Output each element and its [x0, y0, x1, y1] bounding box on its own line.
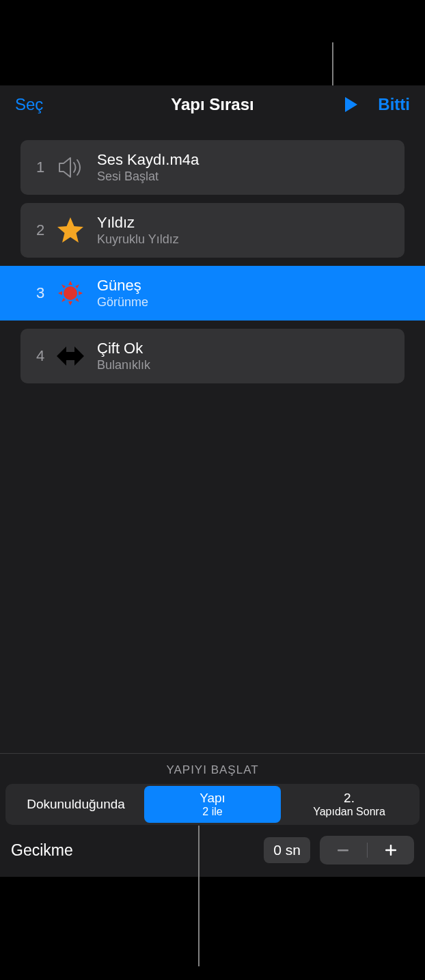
item-number: 1: [31, 159, 49, 176]
seg-label: Dokunulduğunda: [27, 797, 125, 812]
panel-title: Yapı Sırası: [171, 95, 253, 114]
item-subtitle: Sesi Başlat: [97, 169, 199, 185]
build-item-3[interactable]: 3 Güneş: [0, 266, 425, 321]
panel-header: Seç Yapı Sırası Bitti: [0, 85, 425, 124]
build-item-2[interactable]: 2 Yıldız Kuyruklu Yıldız: [20, 203, 405, 258]
item-number: 3: [31, 284, 49, 302]
stepper-plus[interactable]: [368, 836, 415, 865]
select-button[interactable]: Seç: [15, 95, 43, 114]
item-number: 4: [31, 347, 49, 365]
seg-sublabel: 2 ile: [202, 806, 222, 818]
seg-label: Yapı: [200, 791, 225, 806]
svg-point-0: [64, 286, 77, 300]
start-build-segmented: Dokunulduğunda Yapı 2 ile 2. Yapıdan Son…: [5, 784, 420, 825]
seg-sublabel: Yapıdan Sonra: [313, 806, 385, 818]
item-title: Ses Kaydı.m4a: [97, 151, 199, 169]
svg-rect-3: [390, 845, 392, 856]
seg-with-build[interactable]: Yapı 2 ile: [144, 786, 281, 823]
sun-icon: [53, 277, 87, 310]
star-icon: [53, 214, 87, 247]
svg-rect-1: [338, 849, 348, 852]
item-subtitle: Bulanıklık: [97, 357, 150, 373]
stepper-minus[interactable]: [320, 836, 367, 865]
build-order-panel: Seç Yapı Sırası Bitti 1 Ses Kaydı.m4a Se…: [0, 85, 425, 877]
start-build-title: YAPIYI BAŞLAT: [5, 763, 420, 777]
delay-row: Gecikme 0 sn: [5, 825, 420, 867]
delay-stepper: [320, 836, 414, 865]
item-subtitle: Kuyruklu Yıldız: [97, 232, 179, 247]
done-button[interactable]: Bitti: [378, 95, 410, 114]
start-build-section: YAPIYI BAŞLAT Dokunulduğunda Yapı 2 ile …: [0, 753, 425, 877]
play-icon[interactable]: [344, 96, 359, 113]
speaker-icon: [53, 151, 87, 184]
item-subtitle: Görünme: [97, 295, 148, 310]
item-title: Güneş: [97, 277, 148, 295]
seg-on-tap[interactable]: Dokunulduğunda: [8, 786, 144, 823]
item-title: Yıldız: [97, 214, 179, 232]
callout-line-bottom: [198, 826, 200, 966]
item-number: 2: [31, 221, 49, 239]
delay-label: Gecikme: [11, 841, 254, 860]
build-list: 1 Ses Kaydı.m4a Sesi Başlat 2: [0, 124, 425, 753]
delay-value[interactable]: 0 sn: [264, 837, 310, 863]
seg-label: 2.: [344, 791, 355, 806]
seg-after-build[interactable]: 2. Yapıdan Sonra: [281, 786, 417, 823]
build-item-1[interactable]: 1 Ses Kaydı.m4a Sesi Başlat: [20, 140, 405, 195]
double-arrow-icon: [53, 340, 87, 372]
item-title: Çift Ok: [97, 340, 150, 357]
build-item-4[interactable]: 4 Çift Ok Bulanıklık: [20, 329, 405, 383]
minus-icon: [335, 843, 351, 858]
plus-icon: [383, 843, 398, 858]
